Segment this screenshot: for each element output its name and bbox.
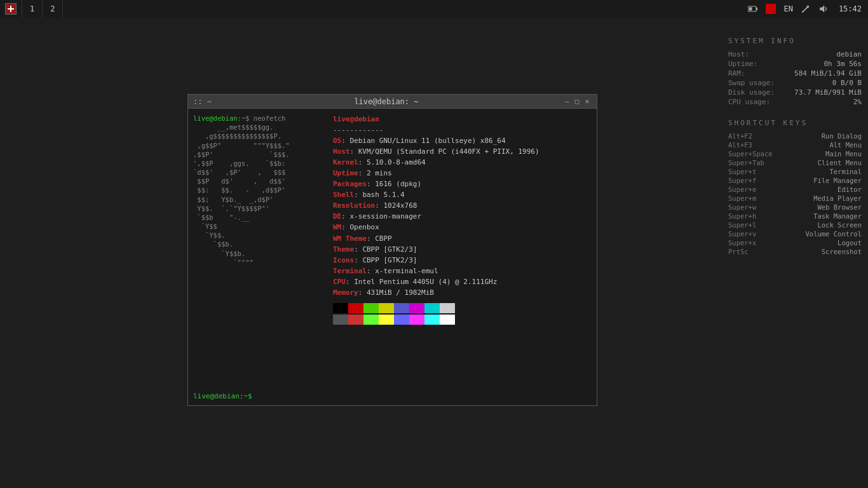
sysinfo-host: Host: debian: [728, 50, 862, 58]
info-terminal: Terminal: x-terminal-emul: [333, 266, 592, 276]
terminal-minimize-button[interactable]: –: [562, 97, 571, 106]
info-shell: Shell: bash 5.1.4: [333, 189, 592, 200]
swatch-bright-red: [348, 315, 363, 325]
color-row-2: [333, 315, 592, 325]
clock: 15:42: [832, 4, 868, 13]
shortcuts-title: SHORTCUT KEYS: [728, 119, 862, 127]
terminal-maximize-button[interactable]: □: [573, 97, 581, 106]
svg-rect-4: [756, 8, 757, 10]
desktop: SYSTEM INFO Host: debian Uptime: 0h 3m 5…: [0, 18, 868, 488]
shortcut-clientmenu: Super+Tab Client Menu: [728, 159, 862, 166]
shortcut-lockscreen: Super+l Lock Screen: [728, 221, 862, 229]
shortcut-rows: Alt+F2 Run Dialog Alt+F3 Alt Menu Super+…: [728, 132, 862, 255]
workspace-1[interactable]: 1: [22, 0, 43, 18]
terminal-titlebar: :: ~ live@debian: ~ – □ ✕: [188, 95, 597, 109]
shortcut-editor: Super+e Editor: [728, 186, 862, 193]
info-uptime: Uptime: 2 mins: [333, 168, 592, 179]
swatch-green: [363, 303, 379, 313]
sysinfo-swap: Swap usage: 0 B/0 B: [728, 79, 862, 87]
info-resolution: Resolution: 1024x768: [333, 200, 592, 211]
svg-marker-10: [820, 5, 824, 12]
shortcut-logout: Super+x Logout: [728, 239, 862, 247]
info-icons: Icons: CBPP [GTK2/3]: [333, 255, 592, 266]
terminal-close-button[interactable]: ✕: [583, 97, 592, 106]
swatch-bright-yellow: [379, 315, 394, 325]
sysinfo-ram: RAM: 584 MiB/1.94 GiB: [728, 69, 862, 78]
shortcut-rundiag: Alt+F2 Run Dialog: [728, 132, 862, 140]
sysinfo-title: SYSTEM INFO: [728, 37, 862, 45]
info-host: Host: KVM/QEMU (Standard PC (i440FX + PI…: [333, 146, 592, 157]
info-cpu: CPU: Intel Pentium 4405U (4) @ 2.111GHz: [333, 276, 592, 287]
red-square-icon[interactable]: [762, 0, 780, 18]
info-de: DE: x-session-manager: [333, 211, 592, 222]
info-packages: Packages: 1616 (dpkg): [333, 179, 592, 189]
swatch-magenta: [409, 303, 424, 313]
swatch-black: [333, 303, 348, 313]
svg-rect-2: [8, 8, 14, 10]
shortcuts-panel: SHORTCUT KEYS Alt+F2 Run Dialog Alt+F3 A…: [728, 119, 862, 255]
swatch-bright-blue: [394, 315, 409, 325]
sysinfo-disk: Disk usage: 73.7 MiB/991 MiB: [728, 88, 862, 97]
info-theme: Theme: CBPP [GTK2/3]: [333, 244, 592, 255]
terminal-user-line: live@debian: [333, 114, 592, 125]
shortcut-mediaplayer: Super+m Media Player: [728, 194, 862, 202]
volume-icon[interactable]: [815, 0, 832, 18]
terminal-body: live@debian:~$ neofetch __,met$$$$$gg. ,…: [188, 109, 597, 388]
shortcut-screenshot: PrtSc Screenshot: [728, 248, 862, 255]
terminal-title: live@debian: ~: [212, 97, 561, 106]
shortcut-altmenu: Alt+F3 Alt Menu: [728, 141, 862, 149]
swatch-bright-white: [440, 315, 455, 325]
info-os: OS: Debian GNU/Linux 11 (bullseye) x86_6…: [333, 135, 592, 146]
workspace-1-app[interactable]: [0, 0, 22, 18]
svg-rect-6: [766, 4, 776, 14]
swatch-cyan: [424, 303, 440, 313]
terminal-window: :: ~ live@debian: ~ – □ ✕ live@debian:~$…: [187, 94, 597, 406]
swatch-blue: [394, 303, 409, 313]
language-indicator: EN: [780, 4, 796, 13]
sysinfo-rows: Host: debian Uptime: 0h 3m 56s RAM: 584 …: [728, 50, 862, 106]
shortcut-webbrowser: Super+w Web Browser: [728, 203, 862, 211]
shortcut-filemanager: Super+f File Manager: [728, 177, 862, 184]
terminal-prompt[interactable]: live@debian:~$: [188, 388, 597, 405]
shortcut-taskmanager: Super+h Task Manager: [728, 212, 862, 220]
taskbar: 1 2 EN: [0, 0, 868, 18]
terminal-title-left: :: ~: [193, 97, 212, 106]
workspace-2[interactable]: 2: [43, 0, 63, 18]
shortcut-mainmenu: Super+Space Main Menu: [728, 150, 862, 158]
color-row-1: [333, 303, 592, 313]
swatch-yellow: [379, 303, 394, 313]
pen-icon[interactable]: [797, 0, 815, 18]
swatch-bright-cyan: [424, 315, 440, 325]
terminal-info-panel: live@debian ------------ OS: Debian GNU/…: [333, 114, 592, 383]
swatch-white: [440, 303, 455, 313]
svg-rect-5: [749, 8, 752, 11]
swatch-bright-magenta: [409, 315, 424, 325]
info-wmtheme: WM Theme: CBPP: [333, 233, 592, 244]
info-wm: WM: Openbox: [333, 222, 592, 233]
sysinfo-panel: SYSTEM INFO Host: debian Uptime: 0h 3m 5…: [728, 37, 862, 257]
color-swatches: [333, 303, 592, 325]
sysinfo-uptime: Uptime: 0h 3m 56s: [728, 60, 862, 68]
sysinfo-cpu: CPU usage: 2%: [728, 98, 862, 106]
svg-line-9: [802, 11, 803, 12]
swatch-bright-green: [363, 315, 379, 325]
info-kernel: Kernel: 5.10.0-8-amd64: [333, 157, 592, 168]
app-icon: [5, 3, 17, 15]
terminal-ascii-art: live@debian:~$ neofetch __,met$$$$$gg. ,…: [193, 114, 333, 383]
battery-icon: [744, 0, 762, 18]
info-memory: Memory: 431MiB / 1982MiB: [333, 287, 592, 298]
swatch-red: [348, 303, 363, 313]
taskbar-right: EN 15:42: [744, 0, 868, 18]
shortcut-terminal: Super+t Terminal: [728, 168, 862, 175]
swatch-bright-black: [333, 315, 348, 325]
terminal-separator: ------------: [333, 125, 592, 135]
shortcut-volumecontrol: Super+v Volume Control: [728, 230, 862, 238]
